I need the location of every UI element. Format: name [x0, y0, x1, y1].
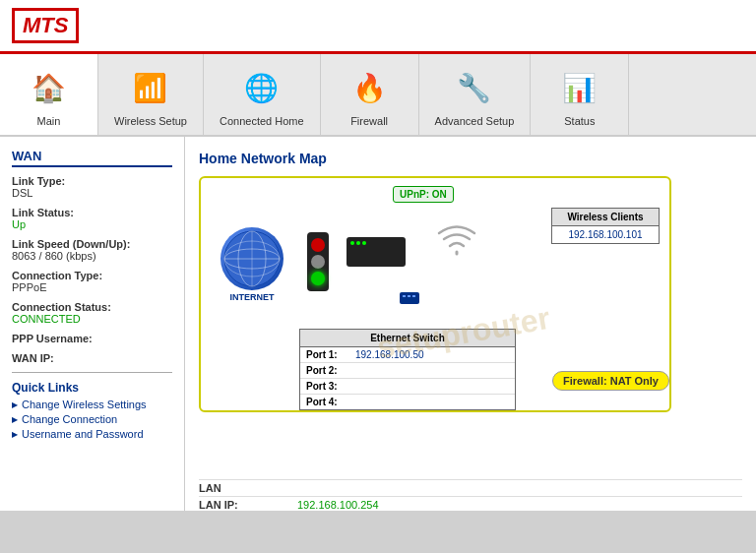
quick-link-connection[interactable]: Change Connection: [12, 413, 172, 425]
internet-circle: [220, 227, 284, 290]
nav-firewall[interactable]: 🔥 Firewall: [321, 54, 419, 135]
nav-status-label: Status: [564, 115, 595, 127]
nav-status[interactable]: 📊 Status: [531, 54, 629, 135]
link-speed-label: Link Speed (Down/Up):: [12, 238, 172, 250]
header: MTS: [0, 0, 756, 54]
connected-home-icon: 🌐: [236, 62, 287, 113]
switch-connector-icon: [398, 286, 421, 315]
link-speed-value: 8063 / 860 (kbps): [12, 250, 172, 262]
modem-node: [346, 237, 406, 267]
nav-main[interactable]: 🏠 Main: [0, 54, 98, 135]
wireless-clients-ip: 192.168.100.101: [552, 226, 659, 243]
ppp-username-label: PPP Username:: [12, 333, 172, 344]
upnp-badge: UPnP: ON: [393, 186, 454, 203]
wireless-icon: 📶: [125, 62, 176, 113]
link-type-label: Link Type:: [12, 175, 172, 187]
svg-rect-8: [408, 295, 410, 297]
modem-light-1: [350, 241, 354, 245]
eth-port-4-value: [349, 395, 361, 409]
light-red: [311, 238, 325, 252]
eth-port-4-label: Port 4:: [300, 395, 349, 409]
nav-connected-home[interactable]: 🌐 Connected Home: [204, 54, 321, 135]
modem-box: [346, 237, 406, 267]
link-status-label: Link Status:: [12, 207, 172, 218]
eth-port-3-label: Port 3:: [300, 379, 349, 394]
connection-type-value: PPPoE: [12, 281, 172, 293]
switch-icon-svg: [398, 286, 421, 310]
nav-connected-home-label: Connected Home: [220, 115, 304, 127]
svg-rect-7: [403, 295, 406, 297]
lan-section: LAN LAN IP: 192.168.100.254 LAN Subnet: …: [199, 479, 742, 511]
quick-link-wireless[interactable]: Change Wireless Settings: [12, 399, 172, 410]
eth-port-1-label: Port 1:: [300, 347, 349, 362]
lan-ip-label: LAN IP:: [199, 499, 278, 511]
nav-main-label: Main: [37, 115, 61, 127]
lan-title: LAN: [199, 482, 278, 494]
modem-lights: [346, 237, 406, 249]
traffic-light: [307, 232, 329, 291]
status-icon: 📊: [554, 62, 605, 113]
map-container: UPnP: ON INTERNET: [199, 176, 671, 412]
nav-advanced-setup[interactable]: 🔧 Advanced Setup: [419, 54, 532, 135]
ethernet-switch-table: Ethernet Switch Port 1: 192.168.100.50 P…: [299, 329, 516, 410]
network-map: UPnP: ON INTERNET: [199, 176, 742, 471]
svg-rect-9: [412, 295, 415, 297]
light-yellow: [311, 255, 325, 269]
globe-svg: [222, 229, 282, 288]
eth-row-3: Port 3:: [300, 379, 515, 395]
wifi-node: [437, 213, 476, 269]
logo-text: MTS: [23, 13, 68, 37]
wan-title: WAN: [12, 149, 172, 167]
sidebar: WAN Link Type: DSL Link Status: Up Link …: [0, 137, 185, 511]
eth-port-1-value: 192.168.100.50: [349, 347, 430, 362]
lan-ip-value: 192.168.100.254: [297, 499, 379, 511]
internet-label: INTERNET: [220, 292, 284, 302]
link-status-value: Up: [12, 218, 172, 230]
connection-type-label: Connection Type:: [12, 270, 172, 281]
svg-rect-6: [400, 292, 419, 304]
firewall-icon: 🔥: [344, 62, 395, 113]
eth-row-1: Port 1: 192.168.100.50: [300, 347, 515, 363]
nav-wireless-label: Wireless Setup: [114, 115, 187, 127]
connection-status-label: Connection Status:: [12, 301, 172, 313]
quick-links-title: Quick Links: [12, 381, 172, 395]
connection-status-value: CONNECTED: [12, 313, 172, 325]
wifi-signal-svg: [437, 213, 476, 262]
navigation: 🏠 Main 📶 Wireless Setup 🌐 Connected Home…: [0, 54, 756, 137]
nav-advanced-setup-label: Advanced Setup: [435, 115, 515, 127]
eth-port-2-label: Port 2:: [300, 363, 349, 378]
light-green: [311, 272, 325, 285]
logo: MTS: [12, 8, 79, 43]
eth-port-2-value: [349, 363, 361, 378]
link-type-value: DSL: [12, 187, 172, 199]
internet-node: INTERNET: [220, 227, 284, 302]
main-content: WAN Link Type: DSL Link Status: Up Link …: [0, 137, 756, 511]
content-area: Home Network Map UPnP: ON: [185, 137, 756, 511]
firewall-badge: Firewall: NAT Only: [552, 371, 669, 391]
lan-header-row: LAN: [199, 479, 742, 496]
modem-light-2: [356, 241, 360, 245]
nav-wireless[interactable]: 📶 Wireless Setup: [98, 54, 204, 135]
wireless-clients-header: Wireless Clients: [552, 209, 659, 226]
eth-row-2: Port 2:: [300, 363, 515, 379]
sidebar-divider: [12, 372, 172, 373]
lan-ip-row: LAN IP: 192.168.100.254: [199, 496, 742, 511]
eth-port-3-value: [349, 379, 361, 394]
wireless-clients-box: Wireless Clients 192.168.100.101: [551, 208, 660, 244]
nav-firewall-label: Firewall: [350, 115, 388, 127]
eth-switch-header: Ethernet Switch: [300, 330, 515, 347]
wan-ip-label: WAN IP:: [12, 352, 172, 364]
modem-light-3: [362, 241, 366, 245]
advanced-setup-icon: 🔧: [449, 62, 500, 113]
content-title: Home Network Map: [199, 151, 742, 166]
quick-link-username[interactable]: Username and Password: [12, 428, 172, 440]
eth-row-4: Port 4:: [300, 395, 515, 409]
main-icon: 🏠: [24, 62, 75, 113]
